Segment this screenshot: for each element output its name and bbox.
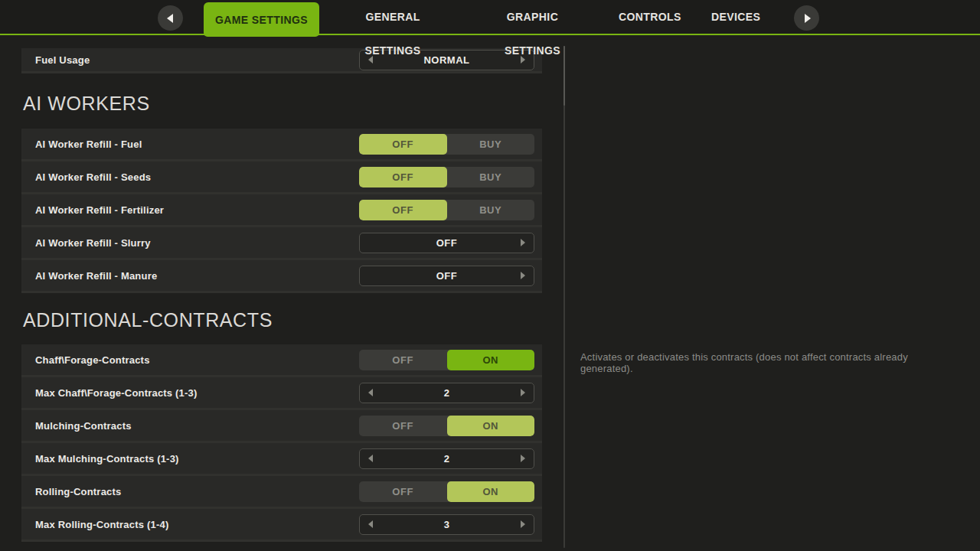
setting-label: Fuel Usage [35, 54, 90, 66]
toggle-option-off[interactable]: OFF [359, 134, 447, 155]
tabs-prev-button[interactable] [158, 5, 183, 31]
toggle-option-buy[interactable]: BUY [447, 167, 535, 187]
toggle-option-off[interactable]: OFF [359, 167, 447, 187]
setting-control: 2 [359, 448, 534, 469]
tab-controls[interactable]: CONTROLS [619, 0, 679, 34]
setting-row-ai-worker-refill-fuel: AI Worker Refill - FuelOFFBUY [21, 129, 542, 161]
setting-row-max-chaff-forage-contracts-1-3: Max Chaff\Forage-Contracts (1-3)2 [21, 377, 542, 410]
settings-panel: Fuel UsageNORMALAI WORKERSAI Worker Refi… [21, 48, 542, 542]
toggle-group: OFFON [359, 350, 534, 370]
setting-label: Max Rolling-Contracts (1-4) [35, 519, 168, 530]
selector-value: 3 [444, 519, 450, 530]
toggle-option-on[interactable]: ON [447, 416, 535, 436]
section-header-additional-contracts: ADDITIONAL-CONTRACTS [23, 308, 542, 331]
toggle-option-on[interactable]: ON [447, 481, 535, 502]
tab-bar: GAME SETTINGSGENERAL SETTINGSGRAPHIC SET… [0, 0, 980, 35]
setting-control: OFFBUY [359, 134, 534, 155]
setting-control: 2 [359, 383, 534, 403]
arrow-right-icon[interactable] [521, 455, 525, 462]
setting-label: AI Worker Refill - Slurry [35, 237, 151, 249]
value-selector: OFF [359, 266, 534, 286]
tab-general-settings[interactable]: GENERAL SETTINGS [339, 0, 446, 34]
setting-label: AI Worker Refill - Seeds [35, 171, 151, 183]
setting-row-ai-worker-refill-fertilizer: AI Worker Refill - FertilizerOFFBUY [21, 194, 542, 227]
tab-graphic-settings[interactable]: GRAPHIC SETTINGS [479, 0, 586, 34]
arrow-right-icon[interactable] [521, 272, 525, 279]
toggle-group: OFFBUY [359, 200, 534, 220]
toggle-group: OFFON [359, 481, 534, 502]
scrollbar-thumb[interactable] [564, 46, 565, 106]
setting-row-fuel-usage: Fuel UsageNORMAL [21, 48, 542, 73]
arrow-left-icon[interactable] [368, 389, 373, 396]
value-selector: OFF [359, 233, 534, 253]
setting-label: AI Worker Refill - Fertilizer [35, 204, 164, 216]
tooltip-panel: Activates or deactivates this contracts … [580, 346, 948, 379]
section-header-ai-workers: AI WORKERS [23, 92, 542, 115]
setting-label: Max Chaff\Forage-Contracts (1-3) [35, 387, 198, 399]
chevron-left-icon [167, 14, 173, 23]
setting-control: OFFON [359, 416, 534, 436]
settings-group: Fuel UsageNORMAL [21, 48, 542, 73]
header-accent-line [0, 34, 980, 35]
toggle-option-buy[interactable]: BUY [447, 134, 535, 155]
selector-value: OFF [436, 237, 458, 249]
chevron-right-icon [805, 14, 811, 23]
setting-control: 3 [359, 514, 534, 535]
setting-row-chaff-forage-contracts: Chaff\Forage-ContractsOFFON [21, 344, 542, 377]
setting-control: OFF [359, 266, 534, 286]
tab-game-settings[interactable]: GAME SETTINGS [204, 2, 319, 37]
settings-screen: GAME SETTINGSGENERAL SETTINGSGRAPHIC SET… [0, 0, 980, 551]
toggle-option-buy[interactable]: BUY [447, 200, 535, 220]
setting-row-rolling-contracts: Rolling-ContractsOFFON [21, 476, 542, 509]
selector-value: 2 [444, 453, 450, 465]
setting-control: OFFBUY [359, 167, 534, 187]
tooltip-text: Activates or deactivates this contracts … [580, 351, 948, 374]
setting-row-mulching-contracts: Mulching-ContractsOFFON [21, 410, 542, 443]
setting-row-max-rolling-contracts-1-4: Max Rolling-Contracts (1-4)3 [21, 509, 542, 542]
settings-group: AI WORKERSAI Worker Refill - FuelOFFBUYA… [21, 92, 542, 293]
setting-row-max-mulching-contracts-1-3: Max Mulching-Contracts (1-3)2 [21, 443, 542, 476]
panel-scrollbar [564, 46, 565, 548]
arrow-right-icon[interactable] [521, 239, 525, 246]
tab-devices[interactable]: DEVICES [711, 0, 760, 34]
setting-label: Mulching-Contracts [35, 420, 132, 432]
selector-value: 2 [444, 387, 450, 399]
tabs-next-button[interactable] [794, 5, 819, 31]
arrow-right-icon[interactable] [521, 389, 525, 396]
toggle-option-off[interactable]: OFF [359, 350, 447, 370]
setting-control: OFFON [359, 350, 534, 370]
settings-group: ADDITIONAL-CONTRACTSChaff\Forage-Contrac… [21, 308, 542, 542]
setting-label: AI Worker Refill - Fuel [35, 139, 142, 150]
setting-row-ai-worker-refill-manure: AI Worker Refill - ManureOFF [21, 260, 542, 293]
setting-row-ai-worker-refill-slurry: AI Worker Refill - SlurryOFF [21, 227, 542, 260]
setting-row-ai-worker-refill-seeds: AI Worker Refill - SeedsOFFBUY [21, 161, 542, 194]
toggle-group: OFFBUY [359, 134, 534, 155]
arrow-left-icon[interactable] [368, 455, 373, 462]
toggle-option-off[interactable]: OFF [359, 416, 447, 436]
setting-control: OFF [359, 233, 534, 253]
setting-control: OFFON [359, 481, 534, 502]
value-selector: 2 [359, 448, 534, 469]
toggle-option-on[interactable]: ON [447, 350, 535, 370]
setting-label: Rolling-Contracts [35, 486, 121, 497]
selector-value: OFF [436, 270, 458, 282]
setting-label: Max Mulching-Contracts (1-3) [35, 453, 179, 465]
value-selector: 3 [359, 514, 534, 535]
toggle-group: OFFBUY [359, 167, 534, 187]
arrow-left-icon[interactable] [368, 520, 373, 528]
toggle-option-off[interactable]: OFF [359, 481, 447, 502]
setting-label: AI Worker Refill - Manure [35, 270, 157, 282]
toggle-option-off[interactable]: OFF [359, 200, 447, 220]
selector-value: NORMAL [423, 54, 469, 66]
toggle-group: OFFON [359, 416, 534, 436]
setting-control: OFFBUY [359, 200, 534, 220]
value-selector: 2 [359, 383, 534, 403]
arrow-right-icon[interactable] [521, 520, 525, 528]
setting-label: Chaff\Forage-Contracts [35, 354, 150, 366]
